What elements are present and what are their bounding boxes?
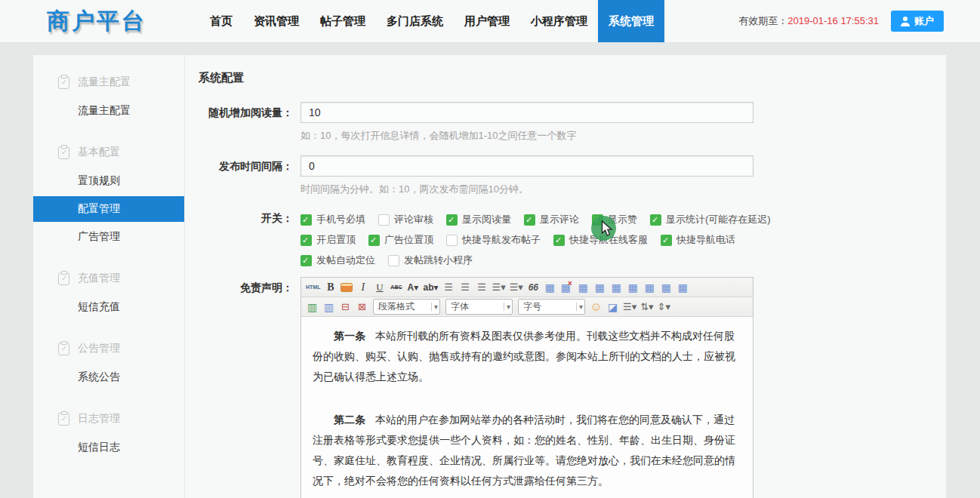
editor-content-area[interactable]: 第一条本站所刊载的所有资料及图表仅供参考使用。刊载这些文档并不构成对任何股份的收… (301, 317, 753, 498)
underline-icon[interactable]: U (371, 279, 387, 295)
nav-item-users[interactable]: 用户管理 (454, 0, 520, 42)
sidebar-item-ad-manage[interactable]: 广告管理 (33, 224, 184, 250)
strikethrough-icon[interactable]: ABC (388, 279, 404, 295)
checkbox-unchecked-icon[interactable] (378, 214, 390, 226)
account-button[interactable]: 账户 (891, 11, 944, 32)
form-row-switches: 开关： 手机号必填 评论审核 显示阅读量 显示评论 显示赞 显示统计(可能存在延… (199, 209, 946, 277)
italic-icon[interactable]: I (355, 279, 371, 295)
sidebar-item-system-announce[interactable]: 系统公告 (33, 364, 184, 390)
ordered-list-icon[interactable]: ☰▾ (508, 279, 525, 295)
unordered-list-icon[interactable]: ☰▾ (490, 279, 507, 295)
switch-quicknav-service[interactable]: 快捷导航在线客服 (553, 233, 648, 247)
html-source-icon[interactable]: HTML (304, 279, 322, 295)
delete-cells-icon[interactable]: ▦ (675, 279, 691, 295)
interval-input[interactable] (300, 155, 753, 177)
nav-item-posts[interactable]: 帖子管理 (310, 0, 376, 42)
checkbox-checked-icon[interactable] (446, 214, 458, 226)
delete-row-icon[interactable]: ⊟ (337, 299, 353, 315)
paragraph-text: 本站的用户在参加网站举办的各种活动时，我们将在您的同意及确认下，通过注册表格等形… (313, 413, 735, 487)
checkbox-checked-icon[interactable] (368, 235, 380, 246)
sidebar-item-sms-log[interactable]: 短信日志 (33, 435, 184, 460)
main-panel: 系统配置 随机增加阅读量： 如：10，每次打开信息详情，会随机增加1-10之间任… (185, 55, 946, 498)
align-center-icon[interactable]: ☰ (457, 279, 473, 295)
checkbox-unchecked-icon[interactable] (388, 255, 399, 266)
clipboard-check-icon (58, 413, 69, 426)
nav-item-multistore[interactable]: 多门店系统 (376, 0, 454, 42)
switch-show-reads[interactable]: 显示阅读量 (446, 213, 511, 226)
font-size-select[interactable]: 字号▾ (518, 299, 585, 315)
insert-row-below-icon[interactable]: ▦ (609, 279, 624, 295)
delete-col-icon[interactable]: ⊠ (354, 299, 370, 315)
sidebar-group-label: 充值管理 (78, 272, 120, 285)
nav-item-home[interactable]: 首页 (199, 0, 243, 42)
switch-post-jump-mini[interactable]: 发帖跳转小程序 (388, 254, 473, 267)
switch-enable-pin[interactable]: 开启置顶 (300, 233, 356, 247)
checkbox-checked-icon[interactable] (592, 214, 603, 226)
checkbox-checked-icon[interactable] (650, 214, 661, 226)
checkbox-checked-icon[interactable] (524, 214, 535, 226)
insert-col-left-icon[interactable]: ▥ (304, 299, 320, 315)
switch-phone-required[interactable]: 手机号必填 (300, 213, 365, 226)
font-family-select[interactable]: 字体▾ (445, 299, 513, 315)
read-count-input[interactable] (300, 102, 753, 123)
vertical-align-icon[interactable]: ⇅▾ (639, 299, 655, 315)
switch-label: 广告位置顶 (384, 233, 433, 247)
checkbox-checked-icon[interactable] (661, 235, 672, 246)
sidebar-group-label: 日志管理 (78, 412, 120, 426)
split-cells-icon[interactable]: ▦ (642, 279, 658, 295)
font-color-icon[interactable]: A▾ (405, 279, 421, 295)
eraser-icon[interactable]: ◪ (605, 299, 621, 315)
sidebar: 流量主配置 流量主配置 基本配置 置顶规则 配置管理 广告管理 充值管理 短信充… (33, 55, 185, 498)
table-props-icon[interactable]: ▦ (575, 279, 591, 295)
checkbox-checked-icon[interactable] (300, 214, 312, 226)
insert-col-icon[interactable]: ▦ (658, 279, 674, 295)
app-logo[interactable]: 商户平台 (47, 0, 190, 42)
sidebar-group-title: 公告管理 (33, 335, 184, 362)
switches-label: 开关： (199, 209, 293, 277)
checkbox-unchecked-icon[interactable] (446, 235, 458, 246)
checkbox-checked-icon[interactable] (300, 255, 312, 266)
list-spacing-icon[interactable]: ⇕▾ (656, 299, 672, 315)
paragraph-term: 第二条 (334, 413, 365, 426)
nav-item-miniprogram[interactable]: 小程序管理 (520, 0, 598, 42)
switch-show-likes[interactable]: 显示赞 (592, 213, 637, 226)
nav-item-news[interactable]: 资讯管理 (243, 0, 310, 42)
emoticons-icon[interactable]: ☺ (588, 299, 604, 315)
sidebar-item-config-manage[interactable]: 配置管理 (33, 196, 184, 222)
insert-table-icon[interactable]: ▦ (542, 279, 558, 295)
switch-show-stats[interactable]: 显示统计(可能存在延迟) (650, 213, 771, 226)
switch-label: 显示赞 (608, 213, 637, 226)
sidebar-item-traffic-config[interactable]: 流量主配置 (33, 98, 184, 124)
switch-ad-pin[interactable]: 广告位置顶 (368, 233, 433, 247)
delete-table-icon[interactable]: ▦ (559, 279, 575, 295)
sidebar-group-title: 基本配置 (33, 139, 184, 166)
merge-cells-icon[interactable]: ▦ (625, 279, 641, 295)
switch-quicknav-post[interactable]: 快捷导航发布帖子 (446, 233, 541, 247)
switch-quicknav-phone[interactable]: 快捷导航电话 (661, 233, 735, 247)
switch-label: 显示统计(可能存在延迟) (666, 213, 771, 226)
insert-col-right-icon[interactable]: ▥ (321, 299, 337, 315)
nav-item-system[interactable]: 系统管理 (598, 0, 664, 42)
checkbox-checked-icon[interactable] (300, 235, 312, 246)
blockquote-icon[interactable]: 66 (525, 279, 541, 295)
disclaimer-paragraph: 第一条本站所刊载的所有资料及图表仅供参考使用。刊载这些文档并不构成对任何股份的收… (313, 326, 741, 387)
align-left-icon[interactable]: ☰ (440, 279, 456, 295)
sidebar-item-sms-recharge[interactable]: 短信充值 (33, 294, 184, 320)
switch-comment-review[interactable]: 评论审核 (378, 213, 433, 226)
paragraph-format-select[interactable]: 段落格式▾ (373, 299, 440, 315)
sidebar-item-pin-rules[interactable]: 置顶规则 (33, 168, 184, 194)
switch-post-autolocate[interactable]: 发帖自动定位 (300, 254, 375, 267)
top-header: 商户平台 首页 资讯管理 帖子管理 多门店系统 用户管理 小程序管理 系统管理 … (0, 0, 980, 43)
sidebar-group-recharge: 充值管理 短信充值 (33, 265, 184, 320)
insert-image-icon[interactable] (341, 283, 353, 292)
line-height-icon[interactable]: ☰▾ (621, 299, 638, 315)
switch-row: 开启置顶 广告位置顶 快捷导航发布帖子 快捷导航在线客服 快捷导航电话 (300, 233, 771, 247)
bold-icon[interactable]: B (322, 279, 338, 295)
chevron-down-icon: ▾ (431, 303, 438, 311)
highlight-color-icon[interactable]: ab▾ (421, 279, 439, 295)
align-right-icon[interactable]: ☰ (473, 279, 489, 295)
insert-row-above-icon[interactable]: ▦ (592, 279, 608, 295)
switch-show-comments[interactable]: 显示评论 (524, 213, 579, 226)
sidebar-group-traffic: 流量主配置 流量主配置 (33, 69, 184, 124)
checkbox-checked-icon[interactable] (553, 235, 565, 246)
